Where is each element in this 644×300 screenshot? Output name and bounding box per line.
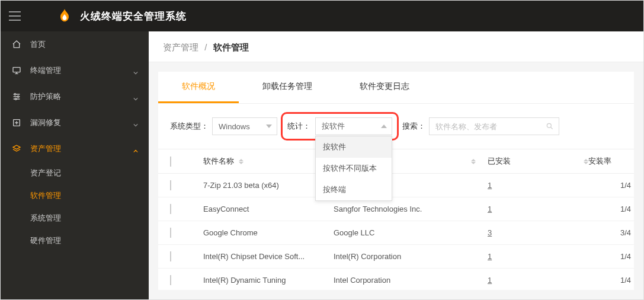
cell-name: Intel(R) Dynamic Tuning bbox=[203, 276, 334, 285]
tab-overview[interactable]: 软件概况 bbox=[158, 72, 239, 103]
cell-installed[interactable]: 1 bbox=[488, 205, 492, 213]
row-checkbox[interactable] bbox=[170, 251, 171, 261]
caret-down-icon bbox=[266, 125, 272, 128]
cell-name: EasyConnect bbox=[203, 205, 334, 213]
cell-installed[interactable]: 1 bbox=[488, 181, 492, 190]
sidebar-item-protection[interactable]: 防护策略 bbox=[1, 84, 149, 110]
table-row: Intel(R) Chipset Device Soft... Intel(R)… bbox=[158, 245, 634, 269]
sliders-icon bbox=[11, 91, 22, 102]
cell-rate: 1/4 bbox=[588, 205, 634, 213]
tabs: 软件概况 卸载任务管理 软件变更日志 bbox=[158, 72, 634, 104]
cell-publisher: Intel(R) Corporation bbox=[334, 252, 476, 261]
cell-rate: 3/4 bbox=[588, 228, 634, 237]
software-table: 软件名称 已安装 安装率 bbox=[158, 149, 634, 290]
stat-highlight-box: 统计： 按软件 按软件 按软件不同版本 按终端 bbox=[281, 112, 399, 141]
breadcrumb: 资产管理 / 软件管理 bbox=[149, 31, 643, 62]
breadcrumb-separator: / bbox=[204, 42, 207, 52]
search-box[interactable] bbox=[429, 117, 559, 135]
cell-rate: 1/4 bbox=[588, 252, 634, 261]
stat-label: 统计： bbox=[287, 121, 310, 132]
cell-publisher: Google LLC bbox=[334, 228, 476, 237]
sidebar-subitem-label: 系统管理 bbox=[30, 213, 61, 224]
topbar: 火绒终端安全管理系统 bbox=[1, 1, 643, 31]
sidebar-subitem-system[interactable]: 系统管理 bbox=[1, 207, 149, 229]
chevron-down-icon bbox=[133, 68, 138, 73]
sort-icon bbox=[584, 159, 588, 164]
sidebar-item-patch[interactable]: 漏洞修复 bbox=[1, 110, 149, 136]
app-title: 火绒终端安全管理系统 bbox=[80, 9, 187, 23]
table-row: EasyConnect Sangfor Technologies Inc. 1 … bbox=[158, 197, 634, 221]
sidebar-item-terminal[interactable]: 终端管理 bbox=[1, 58, 149, 84]
system-type-value: Windows bbox=[219, 122, 250, 131]
menu-toggle-icon[interactable] bbox=[9, 11, 21, 21]
caret-up-icon bbox=[381, 125, 387, 128]
main-content: 资产管理 / 软件管理 软件概况 卸载任务管理 软件变更日志 系统类型： Win… bbox=[149, 31, 643, 299]
stat-option-software[interactable]: 按软件 bbox=[316, 136, 392, 158]
svg-point-1 bbox=[14, 94, 16, 95]
chevron-up-icon bbox=[133, 146, 138, 151]
row-checkbox[interactable] bbox=[170, 204, 171, 214]
stat-option-terminal[interactable]: 按终端 bbox=[316, 179, 392, 200]
svg-point-2 bbox=[17, 96, 19, 98]
cell-publisher: Sangfor Technologies Inc. bbox=[334, 205, 476, 213]
sidebar-item-assets[interactable]: 资产管理 bbox=[1, 136, 149, 162]
svg-point-5 bbox=[547, 123, 551, 127]
sidebar-item-label: 漏洞修复 bbox=[30, 117, 133, 128]
search-icon[interactable] bbox=[546, 122, 554, 130]
cell-rate: 1/4 bbox=[588, 276, 634, 285]
column-installed[interactable]: 已安装 bbox=[476, 156, 588, 167]
stat-option-software-version[interactable]: 按软件不同版本 bbox=[316, 158, 392, 179]
cell-publisher: Intel Corporation bbox=[334, 276, 476, 285]
column-rate: 安装率 bbox=[588, 156, 634, 167]
tab-change-log[interactable]: 软件变更日志 bbox=[336, 72, 433, 103]
system-type-select[interactable]: Windows bbox=[212, 117, 277, 135]
sidebar: 首页 终端管理 防护策略 bbox=[1, 31, 149, 299]
plus-box-icon bbox=[11, 117, 22, 128]
sidebar-subitem-hardware[interactable]: 硬件管理 bbox=[1, 229, 149, 252]
select-all-checkbox[interactable] bbox=[170, 157, 171, 167]
stat-dropdown: 按软件 按软件不同版本 按终端 bbox=[315, 136, 392, 201]
sidebar-subitem-label: 资产登记 bbox=[30, 168, 61, 178]
table-header: 软件名称 已安装 安装率 bbox=[158, 149, 634, 174]
cell-name: Intel(R) Chipset Device Soft... bbox=[203, 252, 334, 261]
sidebar-item-label: 终端管理 bbox=[30, 65, 133, 76]
cell-rate: 1/4 bbox=[588, 181, 634, 190]
table-row: Intel(R) Dynamic Tuning Intel Corporatio… bbox=[158, 269, 634, 290]
sort-icon bbox=[239, 159, 243, 164]
filter-row: 系统类型： Windows 统计： 按软件 按软件 按软件不同版本 bbox=[158, 104, 634, 149]
sidebar-item-label: 首页 bbox=[30, 39, 138, 50]
layers-icon bbox=[11, 143, 22, 154]
stat-value: 按软件 bbox=[322, 121, 345, 132]
monitor-icon bbox=[11, 65, 22, 76]
app-logo-icon bbox=[56, 8, 73, 24]
column-name[interactable]: 软件名称 bbox=[203, 156, 334, 167]
sort-icon bbox=[471, 159, 476, 164]
svg-point-3 bbox=[15, 98, 17, 100]
sidebar-subitem-label: 软件管理 bbox=[30, 190, 61, 201]
chevron-down-icon bbox=[133, 120, 138, 125]
sidebar-item-label: 防护策略 bbox=[30, 91, 133, 102]
cell-installed[interactable]: 3 bbox=[488, 228, 492, 237]
breadcrumb-parent[interactable]: 资产管理 bbox=[163, 42, 198, 52]
cell-installed[interactable]: 1 bbox=[488, 252, 492, 261]
sidebar-subitem-asset-register[interactable]: 资产登记 bbox=[1, 162, 149, 184]
row-checkbox[interactable] bbox=[170, 275, 171, 285]
search-label: 搜索： bbox=[402, 121, 425, 132]
chevron-down-icon bbox=[133, 94, 138, 99]
table-row: Google Chrome Google LLC 3 3/4 bbox=[158, 221, 634, 245]
stat-select[interactable]: 按软件 按软件 按软件不同版本 按终端 bbox=[315, 117, 392, 135]
svg-rect-0 bbox=[13, 68, 20, 72]
cell-name: Google Chrome bbox=[203, 228, 334, 237]
breadcrumb-current: 软件管理 bbox=[213, 42, 249, 52]
table-row: 7-Zip 21.03 beta (x64) 1 1/4 bbox=[158, 174, 634, 197]
sidebar-subitem-software[interactable]: 软件管理 bbox=[1, 184, 149, 207]
sidebar-item-home[interactable]: 首页 bbox=[1, 31, 149, 58]
cell-name: 7-Zip 21.03 beta (x64) bbox=[203, 181, 334, 190]
sidebar-subitem-label: 硬件管理 bbox=[30, 235, 61, 246]
sidebar-item-label: 资产管理 bbox=[30, 143, 133, 154]
cell-installed[interactable]: 1 bbox=[488, 276, 492, 285]
row-checkbox[interactable] bbox=[170, 180, 171, 190]
tab-uninstall-tasks[interactable]: 卸载任务管理 bbox=[239, 72, 336, 103]
row-checkbox[interactable] bbox=[170, 228, 171, 238]
search-input[interactable] bbox=[435, 122, 541, 131]
